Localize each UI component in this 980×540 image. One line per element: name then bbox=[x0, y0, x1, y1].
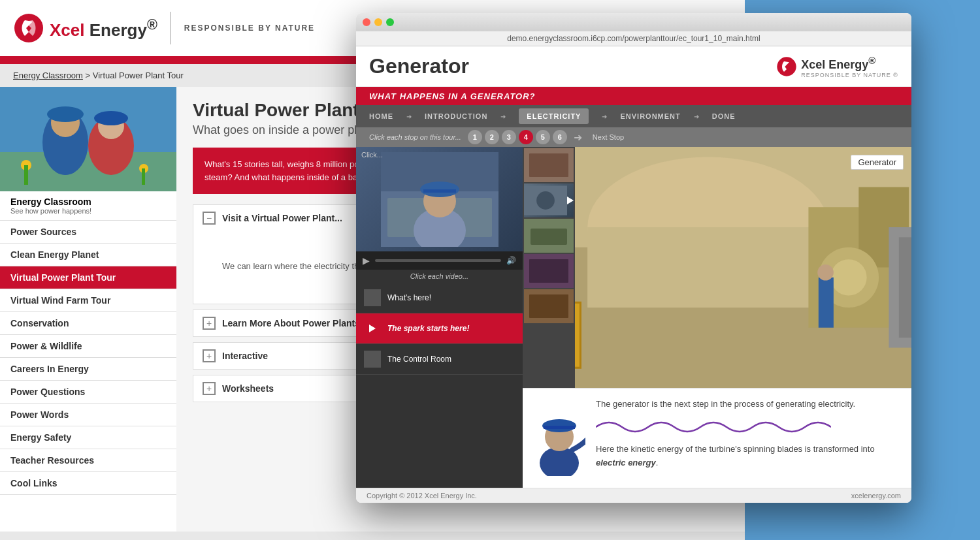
window-close-button[interactable] bbox=[363, 18, 370, 26]
video-play-button[interactable]: ▶ bbox=[363, 255, 370, 266]
accordion-learn-label: Learn More About Power Plants... bbox=[222, 318, 368, 328]
header-divider bbox=[171, 12, 171, 44]
popup-logo: Xcel Energy® RESPONSIBLE BY NATURE ® bbox=[776, 55, 898, 78]
stop-arrow: ➜ bbox=[574, 131, 582, 144]
thumbnail-4[interactable] bbox=[524, 254, 574, 288]
svg-rect-54 bbox=[544, 426, 575, 429]
sidebar-section-subtitle: See how power happens! bbox=[10, 207, 166, 215]
accordion-plus-icon-1: + bbox=[203, 317, 216, 330]
thumb-svg-3 bbox=[524, 219, 574, 253]
bottom-content: The generator is the next step in the pr… bbox=[533, 398, 901, 479]
video-list-spark[interactable]: The spark starts here! bbox=[356, 313, 523, 344]
video-click-label: Click... bbox=[361, 151, 383, 159]
video-icon-2 bbox=[364, 320, 381, 337]
generator-label: Generator bbox=[851, 155, 904, 170]
sidebar-item-energy-safety[interactable]: Energy Safety bbox=[0, 426, 176, 449]
stop-1[interactable]: 1 bbox=[468, 130, 482, 144]
sidebar-item-virtual-wind-farm[interactable]: Virtual Wind Farm Tour bbox=[0, 289, 176, 312]
video-list-whats-here[interactable]: What's here! bbox=[356, 283, 523, 313]
thumbnail-2[interactable] bbox=[524, 183, 574, 217]
electric-wave-svg bbox=[596, 417, 831, 437]
sidebar-section-title: Energy Classroom bbox=[10, 197, 166, 207]
video-progress-bar[interactable] bbox=[375, 259, 501, 262]
svg-rect-34 bbox=[587, 227, 828, 308]
stop-6[interactable]: 6 bbox=[553, 130, 567, 144]
window-minimize-button[interactable] bbox=[374, 18, 382, 26]
footer-copyright: Copyright © 2012 Xcel Energy Inc. bbox=[367, 492, 477, 500]
sidebar-item-power-wildlife[interactable]: Power & Wildlife bbox=[0, 335, 176, 358]
stop-bar-label: Click each stop on this tour... bbox=[369, 133, 461, 141]
breadcrumb-link[interactable]: Energy Classroom bbox=[13, 71, 83, 80]
svg-rect-11 bbox=[24, 165, 28, 185]
left-panel: Click... ▶ 🔊 bbox=[356, 147, 523, 488]
sidebar-item-power-words[interactable]: Power Words bbox=[0, 404, 176, 426]
svg-rect-30 bbox=[529, 294, 568, 318]
svg-point-8 bbox=[94, 111, 128, 125]
site-logo: Xcel Xcel EnergyEnergy® bbox=[13, 12, 157, 44]
thumbnail-3[interactable] bbox=[524, 219, 574, 253]
accordion-worksheets-label: Worksheets bbox=[222, 383, 274, 394]
stop-5[interactable]: 5 bbox=[536, 130, 550, 144]
video-label-2: The spark starts here! bbox=[387, 324, 469, 333]
svg-rect-26 bbox=[531, 229, 567, 245]
character-container bbox=[533, 398, 585, 479]
thumbnail-1[interactable] bbox=[524, 148, 574, 182]
svg-rect-22 bbox=[529, 153, 568, 177]
svg-rect-55 bbox=[596, 417, 831, 437]
popup-banner-text: WHAT HAPPENS IN A GENERATOR? bbox=[369, 91, 536, 101]
sidebar-item-power-questions[interactable]: Power Questions bbox=[0, 381, 176, 404]
svg-rect-46 bbox=[575, 302, 580, 368]
window-chrome bbox=[356, 13, 911, 31]
popup-content: Click... ▶ 🔊 bbox=[356, 147, 911, 488]
sidebar-item-virtual-power-plant[interactable]: Virtual Power Plant Tour bbox=[0, 266, 176, 289]
bottom-text-2: Here the kinetic energy of the turbine's… bbox=[596, 443, 901, 470]
video-label-1: What's here! bbox=[387, 293, 431, 302]
popup-page-title: Generator bbox=[369, 54, 469, 78]
svg-rect-20 bbox=[423, 189, 456, 193]
svg-point-40 bbox=[830, 259, 866, 295]
site-logo-text: Xcel Xcel EnergyEnergy® bbox=[50, 16, 157, 40]
sidebar-item-cool-links[interactable]: Cool Links bbox=[0, 472, 176, 495]
popup-red-banner: WHAT HAPPENS IN A GENERATOR? bbox=[356, 87, 911, 105]
bottom-text-bold: electric energy bbox=[596, 458, 656, 468]
svg-rect-41 bbox=[819, 278, 834, 328]
svg-point-24 bbox=[536, 191, 555, 210]
video-list-control-room[interactable]: The Control Room bbox=[356, 344, 523, 375]
video-controls: ▶ 🔊 bbox=[356, 251, 523, 270]
bottom-description: The generator is the next step in the pr… bbox=[596, 398, 901, 469]
svg-point-5 bbox=[47, 106, 84, 122]
breadcrumb-current: Virtual Power Plant Tour bbox=[93, 71, 184, 80]
sidebar-item-clean-energy[interactable]: Clean Energy Planet bbox=[0, 244, 176, 266]
sidebar: Energy Classroom See how power happens! … bbox=[0, 87, 176, 532]
window-maximize-button[interactable] bbox=[386, 18, 394, 26]
video-label-3: The Control Room bbox=[387, 355, 451, 364]
nav-done[interactable]: DONE bbox=[712, 112, 736, 120]
stop-2[interactable]: 2 bbox=[485, 130, 499, 144]
nav-home[interactable]: HOME bbox=[369, 112, 393, 120]
sidebar-item-conservation[interactable]: Conservation bbox=[0, 312, 176, 335]
sidebar-section-energy-classroom[interactable]: Energy Classroom See how power happens! bbox=[0, 191, 176, 221]
stop-next-label: Next Stop bbox=[593, 133, 624, 141]
sidebar-item-power-sources[interactable]: Power Sources bbox=[0, 221, 176, 244]
video-icon-1 bbox=[364, 289, 381, 306]
thumbnail-5[interactable] bbox=[524, 289, 574, 323]
svg-point-42 bbox=[817, 264, 834, 281]
sidebar-item-careers-energy[interactable]: Careers In Energy bbox=[0, 358, 176, 381]
nav-arrow-4: ➜ bbox=[694, 113, 699, 120]
stop-3[interactable]: 3 bbox=[502, 130, 516, 144]
video-person-svg bbox=[381, 152, 498, 247]
svg-rect-38 bbox=[899, 237, 911, 338]
sidebar-hero bbox=[0, 87, 176, 191]
video-volume-icon[interactable]: 🔊 bbox=[506, 256, 516, 265]
svg-rect-28 bbox=[529, 259, 568, 283]
popup-nav: HOME ➜ INTRODUCTION ➜ ELECTRICITY ➜ ENVI… bbox=[356, 105, 911, 127]
character-svg bbox=[533, 398, 585, 476]
nav-environment[interactable]: ENVIRONMENT bbox=[620, 112, 680, 120]
sidebar-item-teacher-resources[interactable]: Teacher Resources bbox=[0, 449, 176, 472]
nav-electricity[interactable]: ELECTRICITY bbox=[519, 108, 589, 124]
svg-rect-12 bbox=[142, 168, 145, 185]
accordion-plus-icon-2: + bbox=[203, 349, 216, 362]
nav-introduction[interactable]: INTRODUCTION bbox=[425, 112, 487, 120]
xcel-logo-icon bbox=[13, 12, 44, 44]
stop-4[interactable]: 4 bbox=[519, 130, 533, 144]
